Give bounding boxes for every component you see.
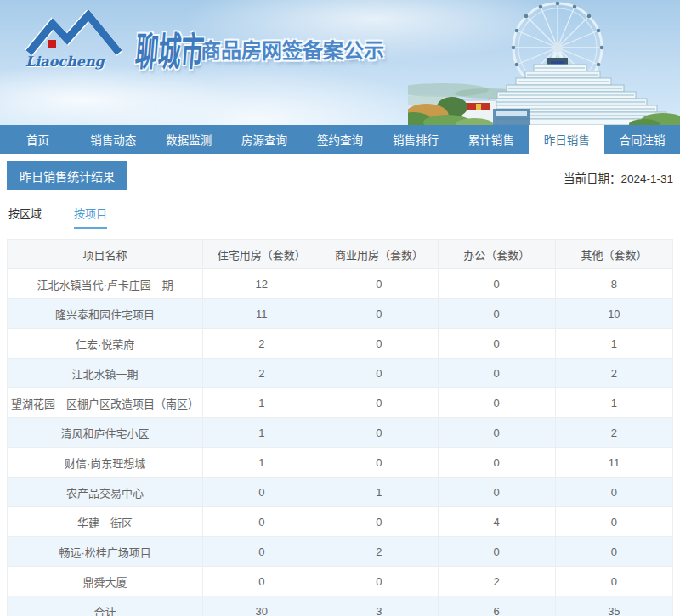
table-row: 鼎舜大厦0020 bbox=[8, 567, 673, 596]
table-cell: 12 bbox=[203, 269, 320, 299]
column-header: 住宅用房（套数） bbox=[203, 240, 320, 269]
table-cell: 2 bbox=[203, 359, 320, 388]
table-row: 华建一街区0040 bbox=[8, 507, 673, 537]
main-content: 昨日销售统计结果 当前日期：2024-1-31 按区域按项目 项目名称住宅用房（… bbox=[0, 161, 680, 616]
table-cell: 0 bbox=[438, 418, 555, 448]
nav-item-3[interactable]: 房源查询 bbox=[227, 125, 303, 154]
table-cell: 1 bbox=[555, 388, 672, 418]
table-cell: 0 bbox=[320, 448, 438, 478]
page-title: 昨日销售统计结果 bbox=[7, 161, 128, 190]
column-header: 商业用房（套数） bbox=[320, 240, 438, 269]
table-cell: 0 bbox=[320, 269, 438, 299]
table-row: 隆兴泰和园住宅项目110010 bbox=[8, 299, 673, 329]
table-cell: 0 bbox=[438, 537, 555, 567]
table-cell: 0 bbox=[438, 299, 555, 329]
column-header: 办公（套数） bbox=[438, 240, 555, 269]
table-cell: 江北水镇一期 bbox=[8, 359, 203, 388]
table-cell: 2 bbox=[203, 329, 320, 359]
table-cell: 农产品交易中心 bbox=[8, 478, 203, 507]
table-cell: 隆兴泰和园住宅项目 bbox=[8, 299, 203, 329]
table-cell: 0 bbox=[320, 388, 438, 418]
table-cell: 畅远·松桂广场项目 bbox=[8, 537, 203, 567]
table-row: 合计303635 bbox=[8, 596, 673, 616]
logo-text: Liaocheng bbox=[26, 54, 106, 70]
table-cell: 0 bbox=[438, 478, 555, 507]
table-header-row: 项目名称住宅用房（套数）商业用房（套数）办公（套数）其他（套数） bbox=[8, 240, 673, 269]
sub-tab-1[interactable]: 按项目 bbox=[74, 205, 107, 229]
table-cell: 2 bbox=[555, 418, 672, 448]
table-cell: 0 bbox=[320, 418, 438, 448]
table-row: 财信·尚东理想城10011 bbox=[8, 448, 673, 478]
site-title: 聊城市 商品房网签备案公示 bbox=[136, 20, 384, 76]
table-cell: 0 bbox=[438, 359, 555, 388]
table-cell: 11 bbox=[555, 448, 672, 478]
table-cell: 1 bbox=[555, 329, 672, 359]
sub-tab-0[interactable]: 按区域 bbox=[8, 205, 42, 229]
table-cell: 2 bbox=[555, 359, 672, 388]
table-cell: 0 bbox=[320, 567, 438, 596]
nav-item-7[interactable]: 昨日销售 bbox=[529, 125, 604, 154]
table-cell: 1 bbox=[203, 388, 320, 418]
nav-item-5[interactable]: 销售排行 bbox=[377, 125, 453, 154]
table-cell: 财信·尚东理想城 bbox=[8, 448, 203, 478]
table-cell: 0 bbox=[203, 537, 320, 567]
table-cell: 望湖花园一区棚户区改造项目（南区） bbox=[8, 388, 203, 418]
table-cell: 2 bbox=[320, 537, 438, 567]
site-title-calligraphy: 聊城市 bbox=[133, 20, 206, 76]
nav-item-8[interactable]: 合同注销 bbox=[604, 125, 680, 154]
sales-stats-table: 项目名称住宅用房（套数）商业用房（套数）办公（套数）其他（套数） 江北水镇当代·… bbox=[7, 239, 673, 616]
table-cell: 0 bbox=[438, 329, 555, 359]
nav-item-2[interactable]: 数据监测 bbox=[151, 125, 227, 154]
nav-item-6[interactable]: 累计销售 bbox=[453, 125, 529, 154]
table-cell: 11 bbox=[203, 299, 320, 329]
view-subtabs: 按区域按项目 bbox=[7, 205, 673, 229]
column-header: 其他（套数） bbox=[555, 240, 672, 269]
site-title-main: 商品房网签备案公示 bbox=[201, 34, 384, 64]
table-cell: 0 bbox=[438, 269, 555, 299]
table-row: 江北水镇当代·卢卡庄园一期12008 bbox=[8, 269, 673, 299]
nav-item-1[interactable]: 销售动态 bbox=[76, 125, 151, 154]
table-row: 畅远·松桂广场项目0200 bbox=[8, 537, 673, 567]
table-cell: 35 bbox=[555, 596, 672, 616]
table-cell: 1 bbox=[203, 418, 320, 448]
table-cell: 0 bbox=[320, 329, 438, 359]
table-cell: 10 bbox=[555, 299, 672, 329]
nav-item-4[interactable]: 签约查询 bbox=[303, 125, 378, 154]
liaocheng-logo-icon: Liaocheng bbox=[24, 10, 151, 71]
table-cell: 2 bbox=[438, 567, 555, 596]
table-cell: 鼎舜大厦 bbox=[8, 567, 203, 596]
column-header: 项目名称 bbox=[8, 240, 203, 269]
table-cell: 8 bbox=[555, 269, 672, 299]
table-cell: 0 bbox=[203, 478, 320, 507]
table-cell: 4 bbox=[438, 507, 555, 537]
table-cell: 0 bbox=[555, 567, 672, 596]
table-cell: 1 bbox=[320, 478, 438, 507]
current-date-label: 当前日期：2024-1-31 bbox=[564, 161, 673, 186]
table-row: 清风和庐住宅小区1002 bbox=[8, 418, 673, 448]
table-cell: 0 bbox=[203, 507, 320, 537]
table-cell: 6 bbox=[438, 596, 555, 616]
table-cell: 合计 bbox=[8, 596, 203, 616]
table-cell: 0 bbox=[555, 537, 672, 567]
table-cell: 江北水镇当代·卢卡庄园一期 bbox=[8, 269, 203, 299]
table-cell: 0 bbox=[438, 448, 555, 478]
table-cell: 0 bbox=[320, 507, 438, 537]
table-cell: 清风和庐住宅小区 bbox=[8, 418, 203, 448]
nav-item-0[interactable]: 首页 bbox=[0, 125, 76, 154]
table-row: 农产品交易中心0100 bbox=[8, 478, 673, 507]
table-cell: 0 bbox=[555, 478, 672, 507]
table-cell: 仁宏·悦荣府 bbox=[8, 329, 203, 359]
table-cell: 0 bbox=[203, 567, 320, 596]
table-cell: 华建一街区 bbox=[8, 507, 203, 537]
table-cell: 1 bbox=[203, 448, 320, 478]
table-row: 望湖花园一区棚户区改造项目（南区）1001 bbox=[8, 388, 673, 418]
table-cell: 0 bbox=[320, 359, 438, 388]
table-row: 仁宏·悦荣府2001 bbox=[8, 329, 673, 359]
main-nav: 首页销售动态数据监测房源查询签约查询销售排行累计销售昨日销售合同注销 bbox=[0, 125, 680, 154]
table-cell: 0 bbox=[320, 299, 438, 329]
ferris-wheel-building-illustration bbox=[408, 0, 680, 125]
table-cell: 0 bbox=[555, 507, 672, 537]
table-cell: 3 bbox=[320, 596, 438, 616]
table-cell: 30 bbox=[203, 596, 320, 616]
site-header-banner: Liaocheng 聊城市 商品房网签备案公示 bbox=[0, 0, 680, 125]
